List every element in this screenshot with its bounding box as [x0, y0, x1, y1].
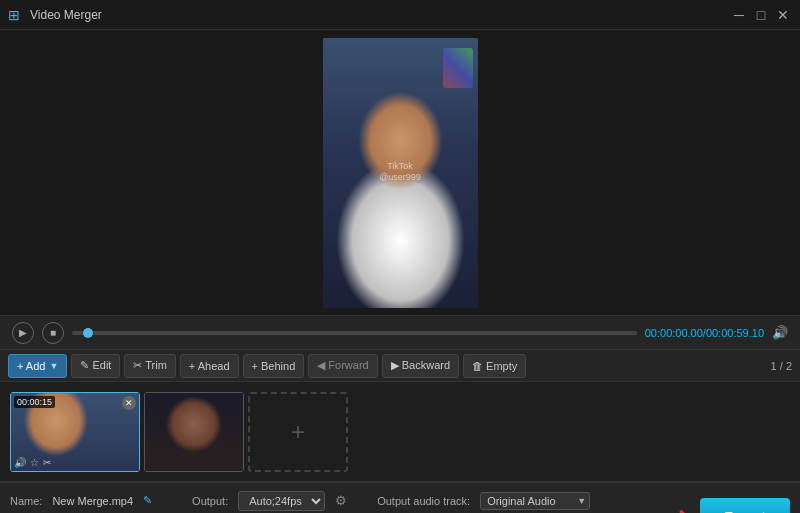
close-button[interactable]: ✕	[774, 6, 792, 24]
trim-button[interactable]: ✂ Trim	[124, 354, 175, 378]
playback-bar: ▶ ■ 00:00:00.00/00:00:59.10 🔊	[0, 315, 800, 350]
output-select[interactable]: Auto;24fps	[238, 491, 325, 511]
export-arrow-icon: ➜	[667, 500, 690, 514]
backward-label: ▶ Backward	[391, 359, 450, 372]
audio-select[interactable]: Original Audio	[480, 492, 590, 510]
name-label: Name:	[10, 495, 42, 507]
window-controls: ─ □ ✕	[730, 6, 792, 24]
clip-duration: 00:00:15	[14, 396, 55, 408]
clip-track: 00:00:15 ✕ 🔊 ☆ ✂ +	[0, 382, 800, 482]
title-bar: ⊞ Video Merger ─ □ ✕	[0, 0, 800, 30]
add-dropdown-icon[interactable]: ▼	[49, 361, 58, 371]
behind-button[interactable]: + Behind	[243, 354, 305, 378]
ahead-button[interactable]: + Ahead	[180, 354, 239, 378]
app-title: Video Merger	[30, 8, 730, 22]
add-button[interactable]: + Add ▼	[8, 354, 67, 378]
clip-item-2[interactable]	[144, 392, 244, 472]
clip-thumbnail-2	[145, 393, 243, 471]
clip-controls-bar: 🔊 ☆ ✂	[14, 457, 51, 468]
forward-button[interactable]: ◀ Forward	[308, 354, 377, 378]
clip-star-icon: ☆	[30, 457, 39, 468]
stop-button[interactable]: ■	[42, 322, 64, 344]
bottom-wrapper: Name: New Merge.mp4 ✎ Output: Auto;24fps…	[0, 482, 800, 513]
gear-icon[interactable]: ⚙	[335, 493, 347, 508]
app-icon: ⊞	[8, 7, 24, 23]
minimize-button[interactable]: ─	[730, 6, 748, 24]
edit-label: ✎ Edit	[80, 359, 111, 372]
audio-label: Output audio track:	[377, 495, 470, 507]
trim-label: ✂ Trim	[133, 359, 166, 372]
output-label: Output:	[192, 495, 228, 507]
volume-button[interactable]: 🔊	[772, 325, 788, 340]
export-section: ➜ Export	[667, 498, 790, 513]
forward-label: ◀ Forward	[317, 359, 368, 372]
clip-audio-icon: 🔊	[14, 457, 26, 468]
name-edit-icon[interactable]: ✎	[143, 494, 152, 507]
behind-label: + Behind	[252, 360, 296, 372]
bg-decoration	[443, 48, 473, 88]
tiktok-watermark: TikTok @user999	[379, 161, 421, 184]
add-label: + Add	[17, 360, 45, 372]
empty-button[interactable]: 🗑 Empty	[463, 354, 526, 378]
edit-button[interactable]: ✎ Edit	[71, 354, 120, 378]
empty-label: 🗑 Empty	[472, 360, 517, 372]
add-clip-icon: +	[291, 418, 305, 446]
export-button[interactable]: Export	[700, 498, 790, 513]
add-clip-button[interactable]: +	[248, 392, 348, 472]
maximize-button[interactable]: □	[752, 6, 770, 24]
page-indicator: 1 / 2	[771, 360, 792, 372]
toolbar: + Add ▼ ✎ Edit ✂ Trim + Ahead + Behind ◀…	[0, 350, 800, 382]
backward-button[interactable]: ▶ Backward	[382, 354, 459, 378]
video-preview: TikTok @user999	[323, 38, 478, 308]
timeline-thumb[interactable]	[83, 328, 93, 338]
clip-edit-icon[interactable]: ✂	[43, 457, 51, 468]
clip-thumb2-person	[145, 393, 243, 471]
clip-close-button[interactable]: ✕	[122, 396, 136, 410]
preview-area: TikTok @user999	[0, 30, 800, 315]
timeline-track[interactable]	[72, 331, 637, 335]
time-display: 00:00:00.00/00:00:59.10	[645, 327, 764, 339]
play-button[interactable]: ▶	[12, 322, 34, 344]
clip-item[interactable]: 00:00:15 ✕ 🔊 ☆ ✂	[10, 392, 140, 472]
audio-select-wrapper: Original Audio ▼	[480, 492, 590, 510]
ahead-label: + Ahead	[189, 360, 230, 372]
name-value: New Merge.mp4	[52, 495, 133, 507]
